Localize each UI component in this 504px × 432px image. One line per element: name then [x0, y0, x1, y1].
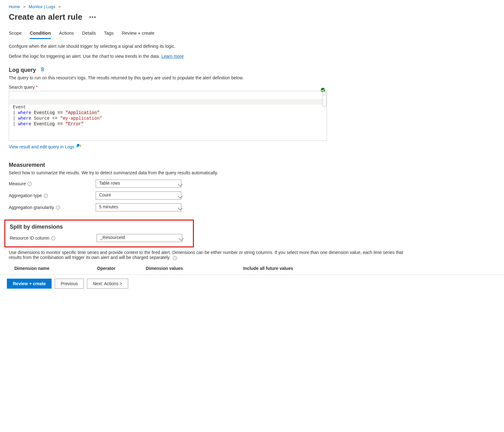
tab-actions[interactable]: Actions: [59, 29, 74, 39]
tab-condition[interactable]: Condition: [30, 29, 51, 39]
previous-button[interactable]: Previous: [55, 279, 83, 289]
aggregation-type-select[interactable]: Count: [96, 191, 181, 200]
split-dimensions-desc: Use dimensions to monitor specific time …: [9, 250, 403, 260]
aggregation-type-label: Aggregation type: [9, 193, 42, 198]
svg-rect-1: [77, 144, 79, 146]
breadcrumb-monitor-logs[interactable]: Monitor | Logs: [28, 4, 55, 9]
resource-id-column-label: Resource ID column: [10, 236, 49, 241]
logs-icon: [76, 144, 81, 149]
split-dimensions-heading: Split by dimensions: [10, 224, 63, 230]
tab-scope[interactable]: Scope: [9, 29, 22, 39]
chevron-right-icon: >: [23, 4, 26, 9]
measure-select[interactable]: Table rows: [96, 180, 181, 188]
breadcrumb-home[interactable]: Home: [9, 4, 20, 9]
tab-details[interactable]: Details: [82, 29, 96, 39]
delete-icon[interactable]: [40, 67, 45, 73]
aggregation-granularity-label: Aggregation granularity: [9, 205, 54, 210]
condition-help-1: Configure when the alert rule should tri…: [9, 43, 495, 50]
tab-review[interactable]: Review + create: [122, 29, 154, 39]
learn-more-link[interactable]: Learn more: [161, 54, 184, 59]
col-include-future: Include all future values: [243, 266, 293, 271]
resource-id-column-select[interactable]: _ResourceId: [97, 234, 182, 242]
svg-rect-3: [80, 146, 81, 147]
bottom-action-bar: Review + create Previous Next: Actions >: [0, 275, 504, 294]
log-query-desc: The query to run on this resource's logs…: [9, 75, 495, 80]
kql-editor[interactable]: Event | where EventLog == "Application" …: [9, 91, 327, 141]
split-dimensions-highlight: Split by dimensions Resource ID column _…: [4, 220, 194, 247]
condition-help-2: Define the logic for triggering an alert…: [9, 53, 495, 60]
log-query-heading: Log query: [9, 67, 36, 73]
col-operator: Operator: [97, 266, 146, 271]
info-icon[interactable]: [173, 256, 177, 260]
editor-gutter[interactable]: [323, 92, 326, 107]
tab-tags[interactable]: Tags: [104, 29, 114, 39]
search-query-label: Search query: [9, 85, 35, 90]
info-icon[interactable]: [28, 182, 32, 186]
dimension-columns-header: Dimension name Operator Dimension values…: [9, 266, 495, 271]
col-dimension-values: Dimension values: [146, 266, 243, 271]
page-title: Create an alert rule: [9, 12, 83, 22]
more-options-button[interactable]: •••: [89, 14, 97, 20]
col-dimension-name: Dimension name: [14, 266, 97, 271]
review-create-button[interactable]: Review + create: [7, 279, 52, 289]
chevron-right-icon: >: [58, 4, 61, 9]
next-button[interactable]: Next: Actions >: [87, 279, 128, 289]
measure-label: Measure: [9, 181, 26, 186]
breadcrumb: Home > Monitor | Logs >: [9, 4, 495, 9]
info-icon[interactable]: [44, 194, 48, 198]
view-in-logs-link[interactable]: View result and edit query in Logs: [9, 144, 81, 149]
info-icon[interactable]: [51, 236, 55, 240]
info-icon[interactable]: [56, 206, 60, 210]
svg-point-2: [79, 145, 81, 146]
aggregation-granularity-select[interactable]: 5 minutes: [96, 203, 181, 211]
tabs: Scope Condition Actions Details Tags Rev…: [9, 29, 495, 39]
measurement-desc: Select how to summarize the results. We …: [9, 170, 495, 175]
measurement-heading: Measurement: [9, 162, 45, 168]
